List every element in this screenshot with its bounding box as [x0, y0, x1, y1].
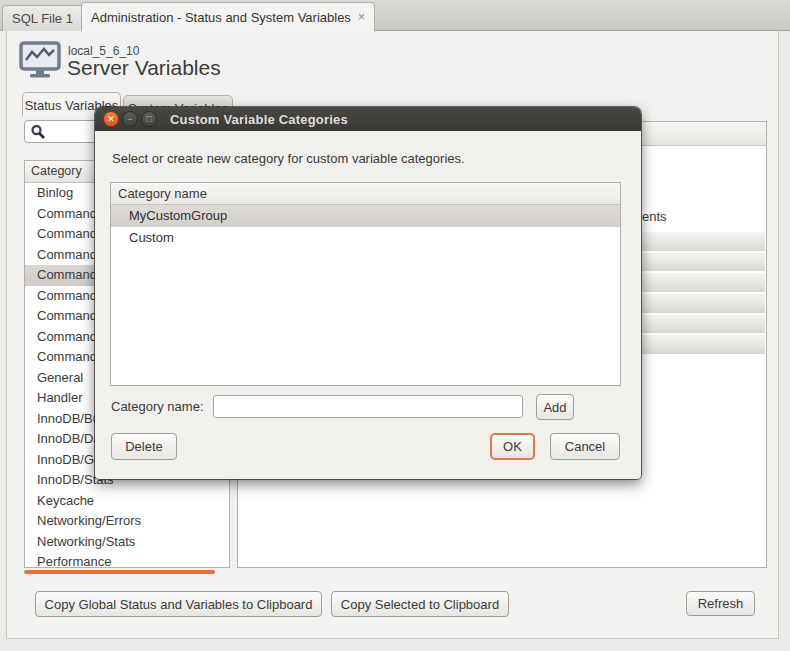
dialog-category-table: Category name MyCustomGroupCustom [110, 182, 621, 386]
window-close-icon[interactable]: ✕ [103, 111, 119, 127]
dialog-title: Custom Variable Categories [170, 112, 348, 127]
window-maximize-icon[interactable]: □ [141, 111, 157, 127]
dialog-category-list: MyCustomGroupCustom [111, 205, 620, 249]
truncated-variable-text: ents [642, 209, 667, 224]
horizontal-scrollbar[interactable] [24, 570, 215, 574]
editor-tab-administration[interactable]: Administration - Status and System Varia… [81, 2, 375, 32]
dialog-instruction: Select or create new category for custom… [112, 151, 465, 166]
monitor-graph-icon [18, 40, 62, 84]
copy-selected-button[interactable]: Copy Selected to Clipboard [331, 591, 509, 617]
editor-tab-label: SQL File 1 [12, 11, 73, 26]
category-list-item[interactable]: Networking/Errors [25, 511, 229, 532]
dialog-category-row[interactable]: MyCustomGroup [111, 205, 620, 227]
cancel-button[interactable]: Cancel [550, 433, 620, 460]
custom-variable-categories-dialog: ✕ − □ Custom Variable Categories Select … [95, 107, 641, 479]
copy-global-status-button[interactable]: Copy Global Status and Variables to Clip… [35, 591, 322, 617]
dialog-category-column-header[interactable]: Category name [111, 183, 620, 205]
close-tab-icon[interactable]: × [358, 11, 365, 23]
editor-tab-label: Administration - Status and System Varia… [91, 10, 351, 25]
window-minimize-icon[interactable]: − [122, 111, 138, 127]
ok-button[interactable]: OK [490, 433, 535, 460]
delete-button[interactable]: Delete [111, 433, 177, 460]
category-name-label: Category name: [111, 399, 204, 414]
category-list-item[interactable]: Networking/Stats [25, 532, 229, 553]
category-list-item[interactable]: Keycache [25, 491, 229, 512]
search-icon [30, 124, 46, 140]
editor-tab-strip: SQL File 1 × Administration - Status and… [0, 0, 790, 31]
category-name-input[interactable] [213, 395, 523, 418]
page-title: Server Variables [67, 56, 221, 80]
category-list-item[interactable]: Performance [25, 552, 229, 568]
dialog-category-row[interactable]: Custom [111, 227, 620, 249]
refresh-button[interactable]: Refresh [686, 591, 755, 616]
mysql-workbench-window: SQL File 1 × Administration - Status and… [0, 0, 790, 651]
add-button[interactable]: Add [536, 394, 574, 420]
dialog-titlebar[interactable]: ✕ − □ Custom Variable Categories [95, 107, 641, 131]
